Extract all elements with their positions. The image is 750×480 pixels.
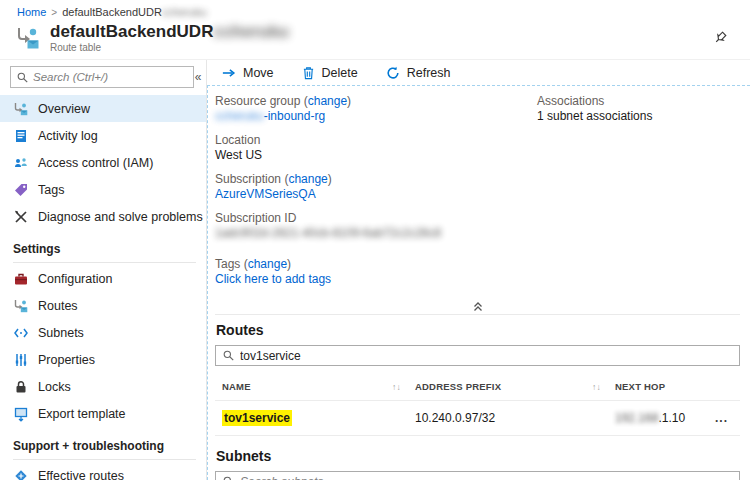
diagnose-icon bbox=[13, 209, 29, 225]
sort-icon: ↑↓ bbox=[392, 382, 401, 392]
route-address-prefix: 10.240.0.97/32 bbox=[415, 411, 615, 425]
effective-routes-icon bbox=[13, 468, 29, 480]
routes-search-box[interactable] bbox=[215, 345, 740, 366]
subscription-link[interactable]: AzureVMSeriesQA bbox=[215, 187, 316, 201]
refresh-icon bbox=[386, 66, 400, 80]
route-table-icon bbox=[13, 101, 29, 117]
sidebar-item-label: Diagnose and solve problems bbox=[38, 210, 203, 224]
sidebar-item-diagnose[interactable]: Diagnose and solve problems bbox=[0, 203, 206, 230]
sidebar-item-subnets[interactable]: Subnets bbox=[0, 319, 206, 346]
next-hop-redacted-text: 192.168 bbox=[615, 411, 658, 425]
sidebar-item-label: Access control (IAM) bbox=[38, 156, 153, 170]
routes-table-header: NAME↑↓ ADDRESS PREFIX↑↓ NEXT HOP bbox=[215, 372, 740, 401]
locks-icon bbox=[13, 379, 29, 395]
sidebar-section-settings: Settings bbox=[13, 242, 196, 263]
associations-property: Associations 1 subnet associations bbox=[537, 94, 652, 124]
delete-label: Delete bbox=[322, 66, 358, 80]
column-header-next-hop[interactable]: NEXT HOP bbox=[615, 381, 706, 392]
sidebar-item-label: Export template bbox=[38, 407, 126, 421]
sidebar-item-label: Properties bbox=[38, 353, 95, 367]
resource-group-change-link[interactable]: change bbox=[308, 94, 347, 108]
sidebar-section-support: Support + troubleshooting bbox=[13, 439, 196, 460]
sidebar-item-effective-routes[interactable]: Effective routes bbox=[0, 462, 206, 480]
breadcrumb-redacted-text: ccheruku bbox=[162, 6, 207, 18]
pin-icon[interactable] bbox=[713, 30, 728, 45]
column-header-address-prefix[interactable]: ADDRESS PREFIX↑↓ bbox=[415, 381, 615, 392]
route-next-hop: 192.168.1.10 bbox=[615, 411, 706, 425]
toolbar: Move Delete Refresh bbox=[207, 60, 750, 85]
subnets-section: Subnets NAME↑↓ ADDRESS RANGE↑↓ VIRTUAL N… bbox=[215, 448, 740, 480]
sidebar-item-label: Configuration bbox=[38, 272, 112, 286]
export-template-icon bbox=[13, 406, 29, 422]
collapse-essentials-row bbox=[215, 298, 740, 311]
subnets-icon bbox=[13, 325, 29, 341]
routes-icon bbox=[13, 298, 29, 314]
subscription-id-redacted-text: 1adc902d-2621-40cb-8109-6ab72c2c26c8 bbox=[215, 226, 441, 240]
main-content: Move Delete Refresh Resource group (chan… bbox=[207, 60, 750, 480]
access-control-icon bbox=[13, 155, 29, 171]
move-button[interactable]: Move bbox=[222, 66, 274, 80]
breadcrumb-home-link[interactable]: Home bbox=[17, 6, 46, 18]
subscription-property: Subscription (change) AzureVMSeriesQA bbox=[215, 172, 537, 202]
sidebar-item-access-control[interactable]: Access control (IAM) bbox=[0, 149, 206, 176]
tags-property: Tags (change) Click here to add tags bbox=[215, 257, 537, 287]
sidebar-nav: Overview Activity log Access control (IA… bbox=[0, 95, 206, 480]
move-label: Move bbox=[243, 66, 274, 80]
subscription-id-property: Subscription ID 1adc902d-2621-40cb-8109-… bbox=[215, 211, 537, 241]
sidebar-item-label: Locks bbox=[38, 380, 71, 394]
sidebar-item-properties[interactable]: Properties bbox=[0, 346, 206, 373]
essentials-panel: Resource group (change) ccheruku-inbound… bbox=[215, 94, 740, 296]
subscription-change-link[interactable]: change bbox=[288, 172, 327, 186]
sidebar-item-overview[interactable]: Overview bbox=[0, 95, 206, 122]
subnets-search-input[interactable] bbox=[240, 475, 732, 480]
sidebar-item-activity-log[interactable]: Activity log bbox=[0, 122, 206, 149]
sort-icon: ↑↓ bbox=[592, 382, 601, 392]
add-tags-link[interactable]: Click here to add tags bbox=[215, 272, 331, 286]
page-subtitle: Route table bbox=[50, 42, 713, 53]
activity-log-icon bbox=[13, 128, 29, 144]
title-block: defaultBackendUDRccheruku Route table bbox=[50, 22, 713, 53]
sidebar-collapse-icon[interactable]: « bbox=[194, 70, 202, 84]
sidebar-search-input[interactable] bbox=[33, 71, 187, 83]
page-title: defaultBackendUDRccheruku bbox=[50, 22, 713, 41]
section-divider bbox=[215, 314, 740, 315]
refresh-button[interactable]: Refresh bbox=[386, 66, 451, 80]
sidebar-item-configuration[interactable]: Configuration bbox=[0, 265, 206, 292]
sidebar-item-routes[interactable]: Routes bbox=[0, 292, 206, 319]
sidebar: « Overview Activity log Access control (… bbox=[0, 60, 207, 480]
subnets-title: Subnets bbox=[216, 448, 740, 464]
tags-change-link[interactable]: change bbox=[248, 257, 287, 271]
breadcrumb-current: defaultBackendUDRccheruku bbox=[62, 6, 206, 18]
sidebar-item-label: Subnets bbox=[38, 326, 84, 340]
delete-button[interactable]: Delete bbox=[302, 66, 358, 80]
routes-search-input[interactable] bbox=[240, 349, 732, 363]
trash-icon bbox=[302, 66, 315, 80]
column-header-name[interactable]: NAME↑↓ bbox=[222, 381, 415, 392]
location-property: Location West US bbox=[215, 133, 537, 163]
move-arrow-icon bbox=[222, 67, 236, 79]
route-context-menu-button[interactable]: ... bbox=[706, 411, 740, 425]
route-table-icon bbox=[14, 24, 42, 52]
resource-group-redacted-text: ccheruku bbox=[215, 109, 264, 123]
resource-group-property: Resource group (change) ccheruku-inbound… bbox=[215, 94, 537, 124]
subnets-search-box[interactable] bbox=[215, 471, 740, 480]
tags-icon bbox=[13, 182, 29, 198]
sidebar-search-box[interactable] bbox=[10, 66, 194, 88]
route-name[interactable]: tov1service bbox=[222, 410, 292, 426]
sidebar-item-export-template[interactable]: Export template bbox=[0, 400, 206, 427]
search-icon bbox=[223, 476, 234, 480]
sidebar-item-locks[interactable]: Locks bbox=[0, 373, 206, 400]
configuration-icon bbox=[13, 271, 29, 287]
title-redacted-text: ccheruku bbox=[213, 22, 289, 41]
sidebar-item-label: Routes bbox=[38, 299, 78, 313]
collapse-essentials-icon[interactable] bbox=[472, 301, 484, 312]
sidebar-item-label: Activity log bbox=[38, 129, 98, 143]
route-row[interactable]: tov1service 10.240.0.97/32 192.168.1.10 … bbox=[215, 401, 740, 436]
page-header: defaultBackendUDRccheruku Route table bbox=[0, 19, 750, 60]
sidebar-item-tags[interactable]: Tags bbox=[0, 176, 206, 203]
sidebar-item-label: Overview bbox=[38, 102, 90, 116]
breadcrumb: Home > defaultBackendUDRccheruku bbox=[0, 0, 750, 19]
properties-icon bbox=[13, 352, 29, 368]
resource-group-link[interactable]: ccheruku-inbound-rg bbox=[215, 109, 325, 123]
location-value: West US bbox=[215, 148, 537, 163]
